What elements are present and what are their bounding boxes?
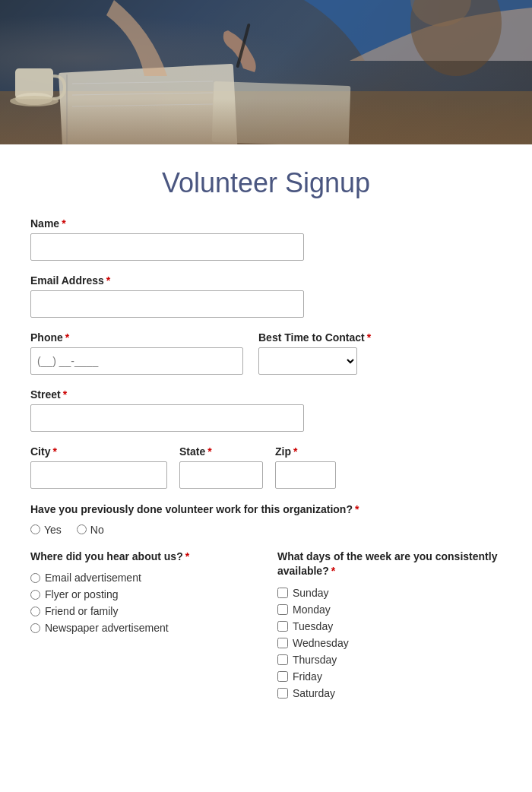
hear-flyer-option[interactable]: Flyer or posting [30,588,255,600]
hear-newspaper-label: Newspaper advertisement [45,622,169,634]
city-input[interactable] [30,461,167,489]
volunteer-radio-group: Yes No [30,524,502,536]
zip-label: Zip* [275,445,336,458]
svg-rect-11 [212,81,351,144]
days-available-question: What days of the week are you consistent… [277,550,502,579]
day-monday-label: Monday [293,604,331,616]
day-thursday-checkbox[interactable] [277,654,288,665]
phone-input[interactable] [30,347,243,375]
hear-friend-radio[interactable] [30,607,40,616]
svg-rect-1 [0,91,532,144]
street-required: * [63,388,67,401]
best-time-required: * [367,331,371,344]
city-required: * [52,445,56,458]
name-label: Name* [30,217,502,230]
svg-line-6 [72,104,213,106]
hear-about-section: Where did you hear about us?* Email adve… [30,550,255,704]
hear-flyer-label: Flyer or posting [45,588,118,600]
volunteer-question-group: Have you previously done volunteer work … [30,502,502,536]
day-friday-checkbox[interactable] [277,671,288,682]
page-title: Volunteer Signup [30,160,502,199]
days-available-section: What days of the week are you consistent… [277,550,502,704]
day-tuesday-label: Tuesday [293,620,333,632]
state-required: * [207,445,211,458]
volunteer-no-option[interactable]: No [77,524,104,536]
day-wednesday-option[interactable]: Wednesday [277,637,502,649]
state-label: State* [179,445,263,458]
name-required: * [62,217,65,230]
svg-point-9 [10,96,59,106]
phone-contact-row: Phone* Best Time to Contact* Morning Aft… [30,331,502,375]
form-container: Volunteer Signup Name* Email Address* Ph… [0,144,532,727]
best-time-label: Best Time to Contact* [258,331,371,344]
phone-label: Phone* [30,331,243,344]
days-required: * [331,565,335,577]
day-wednesday-checkbox[interactable] [277,638,288,648]
hero-banner [0,0,532,144]
volunteer-no-radio[interactable] [77,524,87,534]
email-label: Email Address* [30,274,502,287]
day-sunday-checkbox[interactable] [277,588,288,598]
zip-required: * [293,445,297,458]
day-tuesday-option[interactable]: Tuesday [277,620,502,632]
day-monday-checkbox[interactable] [277,604,288,615]
day-thursday-option[interactable]: Thursday [277,654,502,666]
day-friday-option[interactable]: Friday [277,670,502,683]
hear-newspaper-option[interactable]: Newspaper advertisement [30,622,255,634]
email-input[interactable] [30,290,304,318]
volunteer-yes-option[interactable]: Yes [30,524,62,536]
day-sunday-label: Sunday [293,587,328,599]
day-sunday-option[interactable]: Sunday [277,587,502,599]
hear-friend-label: Friend or family [45,605,118,617]
bottom-two-col: Where did you hear about us?* Email adve… [30,550,502,704]
email-field-group: Email Address* [30,274,502,318]
city-state-zip-row: City* State* Zip* [30,445,502,489]
hear-newspaper-radio[interactable] [30,623,40,633]
hear-flyer-radio[interactable] [30,590,40,600]
state-input[interactable] [179,461,263,489]
day-saturday-checkbox[interactable] [277,688,288,699]
volunteer-required: * [355,503,359,515]
hear-email-option[interactable]: Email advertisement [30,572,255,584]
day-monday-option[interactable]: Monday [277,604,502,616]
day-thursday-label: Thursday [293,654,337,666]
city-label: City* [30,445,167,458]
city-col: City* [30,445,167,489]
volunteer-no-label: No [90,524,104,536]
hear-about-question: Where did you hear about us?* [30,550,255,565]
state-col: State* [179,445,263,489]
volunteer-yes-label: Yes [44,524,62,536]
zip-input[interactable] [275,461,336,489]
best-time-select[interactable]: Morning Afternoon Evening [258,347,357,375]
hear-email-label: Email advertisement [45,572,141,584]
street-field-group: Street* [30,388,502,432]
phone-col: Phone* [30,331,243,375]
name-field-group: Name* [30,217,502,261]
day-wednesday-label: Wednesday [293,637,349,649]
hear-about-required: * [185,550,189,562]
hear-friend-option[interactable]: Friend or family [30,605,255,617]
svg-rect-8 [15,68,53,99]
volunteer-question-text: Have you previously done volunteer work … [30,502,502,518]
email-required: * [106,274,110,287]
day-friday-label: Friday [293,670,322,683]
best-time-col: Best Time to Contact* Morning Afternoon … [258,331,371,375]
day-saturday-option[interactable]: Saturday [277,687,502,699]
street-input[interactable] [30,404,304,432]
volunteer-yes-radio[interactable] [30,524,40,534]
day-saturday-label: Saturday [293,687,335,699]
hear-email-radio[interactable] [30,573,40,583]
street-label: Street* [30,388,502,401]
name-input[interactable] [30,233,304,261]
zip-col: Zip* [275,445,336,489]
phone-required: * [65,331,69,344]
day-tuesday-checkbox[interactable] [277,621,288,632]
